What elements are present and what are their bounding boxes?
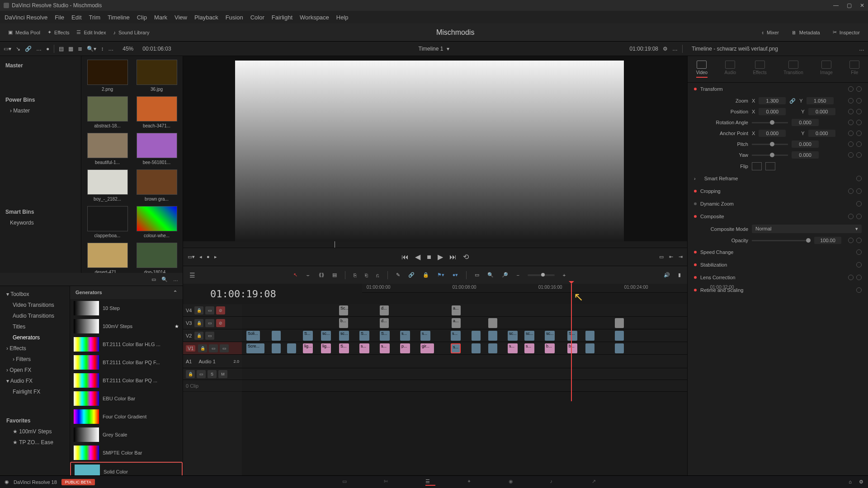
flip-h-button[interactable] <box>752 162 762 170</box>
marker-icon[interactable]: ● <box>207 254 210 260</box>
reset-icon[interactable] <box>856 249 862 255</box>
effects-button[interactable]: ✦ Effects <box>44 28 73 37</box>
zoom-detail-icon[interactable]: 🔍 <box>487 272 494 278</box>
menu-item[interactable]: Clip <box>137 14 147 21</box>
keyframe-icon[interactable] <box>848 86 854 92</box>
gear-icon[interactable]: ⚙ <box>859 479 863 485</box>
playhead[interactable] <box>571 284 572 401</box>
keyframe-icon[interactable] <box>848 188 854 194</box>
ellipsis-icon[interactable]: … <box>108 46 113 52</box>
next-edit-icon[interactable]: ▸ <box>214 254 217 260</box>
auto-icon[interactable]: ▭ <box>205 306 214 314</box>
close-icon[interactable]: ✕ <box>860 2 864 9</box>
media-thumb[interactable]: 2.png <box>85 60 130 92</box>
media-thumb[interactable]: boy_-_2182... <box>85 169 130 202</box>
smart-reframe-section[interactable]: › Smart Reframe <box>688 172 868 185</box>
clip[interactable]: Scre... <box>246 343 264 353</box>
generator-item[interactable]: BT.2111 Color Bar PQ ... <box>70 371 183 389</box>
loop-button[interactable]: ⟲ <box>463 253 469 261</box>
menu-item[interactable]: Help <box>336 14 349 21</box>
flag-icon[interactable]: ⚑▾ <box>437 272 444 278</box>
search-icon[interactable]: 🔍▾ <box>87 46 96 52</box>
clip[interactable] <box>615 343 624 353</box>
clip[interactable]: p... <box>400 343 410 353</box>
meter-icon[interactable]: ▮ <box>678 272 681 278</box>
menu-item[interactable]: Edit <box>71 14 81 21</box>
prev-edit-icon[interactable]: ◂ <box>199 254 202 260</box>
clip[interactable]: S... <box>339 343 349 353</box>
keyframe-icon[interactable] <box>848 98 854 103</box>
track-header-a1[interactable]: A1 Audio 12.0 <box>183 355 242 368</box>
inspector-tab-effects[interactable]: Effects <box>753 61 766 78</box>
clip[interactable]: b... <box>545 343 555 353</box>
generator-item[interactable]: 100mV Steps★ <box>70 317 183 335</box>
stabilization-section[interactable]: Stabilization <box>688 258 868 271</box>
menu-item[interactable]: View <box>175 14 187 21</box>
minimize-icon[interactable]: — <box>833 2 839 9</box>
clip[interactable]: s... <box>359 343 369 353</box>
reset-icon[interactable] <box>856 262 862 267</box>
track-lanes[interactable]: Sc... d... a... b... d... a... Soli... <box>242 304 687 475</box>
clip[interactable] <box>615 331 624 341</box>
pitch-field[interactable]: 0.000 <box>792 141 819 148</box>
gear-icon[interactable]: ⚙ <box>663 46 668 52</box>
clip[interactable]: s... <box>420 331 430 341</box>
lock-icon[interactable]: 🔒 <box>186 370 195 378</box>
yaw-field[interactable]: 0.000 <box>792 151 819 159</box>
clip[interactable] <box>488 343 497 353</box>
audiofx-node[interactable]: ▾ Audio FX <box>0 375 70 386</box>
reset-icon[interactable] <box>856 141 862 147</box>
keyframe-icon[interactable] <box>848 238 854 243</box>
maximize-icon[interactable]: ▢ <box>847 2 852 9</box>
fusion-page-button[interactable]: ✦ <box>467 479 477 486</box>
panel-icon[interactable]: ▭ <box>151 277 156 282</box>
inspector-tab-transition[interactable]: Transition <box>783 61 803 78</box>
clip[interactable]: Sc... <box>339 305 348 315</box>
sort-icon[interactable]: ↕ <box>101 46 104 52</box>
generator-item[interactable]: Grey Scale <box>70 426 183 444</box>
clip[interactable]: b... <box>339 318 348 328</box>
keyframe-icon[interactable] <box>848 152 854 158</box>
zoom-slider[interactable] <box>528 274 555 276</box>
clip[interactable] <box>472 331 481 341</box>
clip[interactable] <box>585 343 594 353</box>
reset-icon[interactable] <box>856 188 862 194</box>
zoom-full-icon[interactable]: ▭ <box>475 272 479 278</box>
titles-node[interactable]: Titles <box>0 321 70 332</box>
ellipsis-icon[interactable]: … <box>36 46 42 52</box>
video-transitions-node[interactable]: Video Transitions <box>0 300 70 310</box>
generator-item[interactable]: Solid Color <box>70 462 183 475</box>
media-thumb[interactable]: clapperboa... <box>85 206 130 238</box>
link-icon[interactable]: 🔗 <box>789 98 796 104</box>
master-bin[interactable]: Master <box>4 60 77 71</box>
generator-item[interactable]: 10 Step <box>70 299 183 317</box>
clip[interactable] <box>287 343 296 353</box>
timeline-options-icon[interactable]: ☰ <box>189 272 195 279</box>
auto-icon[interactable]: ▭ <box>209 344 218 352</box>
flip-v-button[interactable] <box>765 162 775 170</box>
clip[interactable]: gir... <box>420 343 434 353</box>
out-icon[interactable]: ⇥ <box>679 254 683 260</box>
clip[interactable]: s... <box>524 343 534 353</box>
reset-icon[interactable] <box>856 152 862 158</box>
clip[interactable] <box>488 318 497 328</box>
keyframe-icon[interactable] <box>848 214 854 219</box>
auto-icon[interactable]: ▭ <box>205 319 214 327</box>
chevron-down-icon[interactable]: ▾ <box>447 46 449 52</box>
cropping-section[interactable]: Cropping <box>688 185 868 197</box>
keyframe-icon[interactable] <box>848 141 854 147</box>
generator-item[interactable]: Four Color Gradient <box>70 408 183 426</box>
generator-item[interactable]: EBU Color Bar <box>70 389 183 408</box>
reset-icon[interactable] <box>856 120 862 125</box>
rotation-slider[interactable] <box>752 122 788 123</box>
next-frame-button[interactable]: ⏭ <box>449 253 457 261</box>
edit-page-button[interactable]: ☰ <box>425 479 435 486</box>
openfx-node[interactable]: › Open FX <box>0 365 70 375</box>
generator-item[interactable]: BT.2111 Color Bar HLG ... <box>70 335 183 353</box>
menu-item[interactable]: Mark <box>154 14 167 21</box>
color-page-button[interactable]: ◉ <box>509 479 519 486</box>
favorite-star-icon[interactable]: ★ <box>175 324 179 329</box>
yaw-slider[interactable] <box>752 155 788 156</box>
import-icon[interactable]: ↘ <box>16 46 20 52</box>
keywords-bin[interactable]: Keywords <box>4 218 77 228</box>
